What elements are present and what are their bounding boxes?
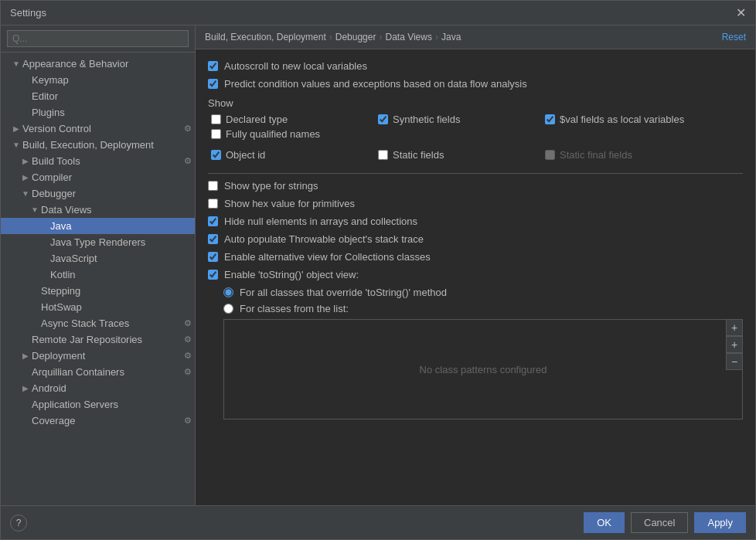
sidebar-label-debugger: Debugger	[32, 188, 195, 199]
divider-1	[208, 173, 743, 174]
sidebar-label-plugins: Plugins	[32, 107, 195, 118]
sidebar-label-deployment: Deployment	[32, 350, 181, 362]
enable-alternative-label: Enable alternative view for Collections …	[224, 251, 431, 263]
sidebar-item-build-tools[interactable]: ▶Build Tools⚙	[1, 153, 195, 169]
fully-qualified-checkbox[interactable]	[211, 129, 221, 139]
sidebar-item-arquillian[interactable]: Arquillian Containers⚙	[1, 364, 195, 380]
sidebar-item-deployment[interactable]: ▶Deployment⚙	[1, 348, 195, 364]
sidebar-item-compiler[interactable]: ▶Compiler	[1, 169, 195, 185]
show-col-fully-qualified: Fully qualified names	[211, 128, 366, 140]
reset-link[interactable]: Reset	[722, 32, 746, 42]
autoscroll-checkbox[interactable]	[208, 61, 218, 71]
declared-type-checkbox[interactable]	[211, 114, 221, 124]
sidebar-label-appearance: Appearance & Behavior	[22, 58, 195, 70]
show-col-val-fields: $val fields as local variables	[545, 114, 700, 125]
sidebar-item-data-views[interactable]: ▼Data Views	[1, 202, 195, 218]
ok-button[interactable]: OK	[584, 512, 625, 533]
sidebar-item-stepping[interactable]: Stepping	[1, 283, 195, 299]
hide-null-row: Hide null elements in arrays and collect…	[208, 216, 743, 227]
help-button[interactable]: ?	[10, 515, 27, 532]
cancel-button[interactable]: Cancel	[631, 512, 688, 533]
footer-left: ?	[10, 515, 27, 532]
sidebar-item-editor[interactable]: Editor	[1, 88, 195, 104]
settings-panel: Autoscroll to new local variables Predic…	[196, 49, 755, 505]
search-input[interactable]	[7, 30, 189, 47]
show-col-synthetic-fields: Synthetic fields	[378, 114, 533, 125]
sidebar-item-hotswap[interactable]: HotSwap	[1, 299, 195, 315]
sidebar-item-build-execution[interactable]: ▼Build, Execution, Deployment	[1, 137, 195, 153]
show-type-strings-label: Show type for strings	[224, 180, 318, 192]
tostring-all-radio[interactable]	[223, 287, 233, 297]
show-section-label: Show	[208, 97, 743, 109]
settings-dialog: Settings ✕ ▼Appearance & BehaviorKeymapE…	[0, 0, 756, 540]
static-final-fields-checkbox[interactable]	[545, 150, 555, 160]
sidebar-item-java-type-renderers[interactable]: Java Type Renderers	[1, 234, 195, 250]
sidebar-label-stepping: Stepping	[41, 285, 195, 297]
declared-type-label: Declared type	[226, 114, 288, 125]
val-fields-checkbox[interactable]	[545, 114, 555, 124]
sidebar-item-async-stack-traces[interactable]: Async Stack Traces⚙	[1, 315, 195, 331]
sidebar-arrow-debugger: ▼	[19, 189, 32, 198]
class-list-container: No class patterns configured + + −	[223, 319, 743, 419]
sidebar-gear-deployment: ⚙	[184, 351, 192, 361]
class-list-add-button[interactable]: +	[726, 319, 743, 336]
show-type-strings-checkbox[interactable]	[208, 181, 218, 191]
hide-null-checkbox[interactable]	[208, 216, 218, 226]
tostring-list-radio[interactable]	[223, 304, 233, 314]
sidebar-arrow-appearance: ▼	[10, 59, 22, 68]
sidebar-item-kotlin[interactable]: Kotlin	[1, 267, 195, 283]
close-button[interactable]: ✕	[736, 5, 746, 20]
val-fields-label: $val fields as local variables	[560, 114, 684, 125]
sidebar-gear-arquillian: ⚙	[184, 367, 192, 377]
sidebar-label-java-type-renderers: Java Type Renderers	[50, 236, 195, 248]
tostring-section: For all classes that override 'toString(…	[208, 287, 743, 419]
main-content: Build, Execution, Deployment›Debugger›Da…	[196, 25, 755, 505]
show-hex-checkbox[interactable]	[208, 199, 218, 209]
sidebar-item-remote-jar[interactable]: Remote Jar Repositories⚙	[1, 331, 195, 348]
sidebar-item-appearance[interactable]: ▼Appearance & Behavior	[1, 56, 195, 72]
sidebar-item-application-servers[interactable]: Application Servers	[1, 396, 195, 413]
sidebar-arrow-build-tools: ▶	[19, 157, 32, 165]
enable-alternative-row: Enable alternative view for Collections …	[208, 251, 743, 263]
class-list-empty-label: No class patterns configured	[420, 364, 547, 375]
sidebar-item-version-control[interactable]: ▶Version Control⚙	[1, 121, 195, 137]
class-list-remove-button[interactable]: −	[726, 353, 743, 370]
static-fields-checkbox[interactable]	[378, 150, 388, 160]
sidebar-arrow-android: ▶	[19, 384, 32, 392]
sidebar-label-javascript: JavaScript	[50, 253, 195, 264]
dialog-footer: ? OK Cancel Apply	[1, 505, 755, 539]
sidebar-gear-version-control: ⚙	[184, 124, 192, 134]
sidebar-gear-async-stack-traces: ⚙	[184, 318, 192, 328]
show-row-2: Object id Static fields Static final fie…	[211, 149, 743, 164]
show-col-declared-type: Declared type	[211, 114, 366, 125]
sidebar-label-compiler: Compiler	[32, 172, 195, 183]
object-id-label: Object id	[226, 149, 265, 161]
sidebar-label-data-views: Data Views	[41, 204, 195, 216]
sidebar-item-coverage[interactable]: Coverage⚙	[1, 413, 195, 429]
sidebar-label-arquillian: Arquillian Containers	[32, 366, 181, 378]
predict-label: Predict condition values and exceptions …	[224, 78, 527, 90]
predict-row: Predict condition values and exceptions …	[208, 78, 743, 90]
dialog-title: Settings	[10, 7, 46, 19]
auto-populate-checkbox[interactable]	[208, 234, 218, 244]
auto-populate-label: Auto populate Throwable object's stack t…	[224, 233, 424, 245]
sidebar-label-application-servers: Application Servers	[32, 399, 195, 410]
sidebar-item-plugins[interactable]: Plugins	[1, 104, 195, 121]
class-list-add2-button[interactable]: +	[726, 336, 743, 353]
sidebar-item-javascript[interactable]: JavaScript	[1, 250, 195, 267]
show-type-strings-row: Show type for strings	[208, 180, 743, 192]
static-fields-label: Static fields	[393, 149, 444, 161]
enable-tostring-checkbox[interactable]	[208, 270, 218, 280]
sidebar-item-debugger[interactable]: ▼Debugger	[1, 185, 195, 202]
sidebar-item-java[interactable]: Java	[1, 218, 195, 234]
sidebar-item-android[interactable]: ▶Android	[1, 380, 195, 396]
sidebar-item-keymap[interactable]: Keymap	[1, 72, 195, 88]
sidebar-gear-build-tools: ⚙	[184, 156, 192, 166]
show-col-static-final-fields: Static final fields	[545, 149, 700, 161]
predict-checkbox[interactable]	[208, 79, 218, 89]
apply-button[interactable]: Apply	[694, 512, 746, 533]
enable-alternative-checkbox[interactable]	[208, 252, 218, 262]
synthetic-fields-checkbox[interactable]	[378, 114, 388, 124]
sidebar-label-keymap: Keymap	[32, 74, 195, 86]
object-id-checkbox[interactable]	[211, 150, 221, 160]
